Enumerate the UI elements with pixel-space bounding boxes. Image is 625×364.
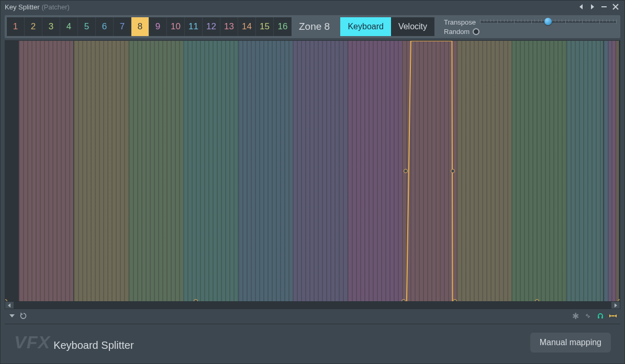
link-icon[interactable] [583, 311, 593, 321]
zone-button-12[interactable]: 12 [203, 17, 220, 36]
svg-rect-1 [598, 316, 599, 318]
freeze-icon[interactable]: ✱ [570, 311, 581, 321]
zone-button-11[interactable]: 11 [185, 17, 203, 36]
transpose-slider[interactable] [480, 18, 616, 26]
keyboard-zone-editor[interactable] [5, 40, 620, 302]
zone-button-1[interactable]: 1 [7, 17, 25, 36]
envelope-handle[interactable] [451, 169, 455, 173]
envelope-handle[interactable] [5, 299, 7, 302]
prev-preset-icon[interactable] [576, 2, 586, 12]
zone-button-4[interactable]: 4 [60, 17, 78, 36]
options-menu-icon[interactable] [7, 311, 17, 321]
manual-mapping-button[interactable]: Manual mapping [530, 333, 611, 352]
scroll-right-icon[interactable] [611, 302, 620, 309]
window-title: Key Splitter [5, 3, 39, 11]
horizontal-scrollbar[interactable] [14, 302, 611, 309]
zone-button-14[interactable]: 14 [238, 17, 256, 36]
headphones-icon[interactable] [595, 311, 606, 321]
random-label: Random [444, 28, 470, 36]
reset-icon[interactable] [18, 311, 29, 321]
zone-button-13[interactable]: 13 [220, 17, 238, 36]
zone-label: Zone 8 [292, 21, 337, 32]
close-icon[interactable] [611, 2, 620, 12]
zone-button-9[interactable]: 9 [149, 17, 167, 36]
minimize-icon[interactable] [599, 2, 609, 12]
scroll-left-icon[interactable] [5, 302, 14, 309]
zone-button-16[interactable]: 16 [274, 17, 292, 36]
plugin-name: Keyboard Splitter [53, 339, 133, 351]
window-subtitle: (Patcher) [41, 3, 69, 11]
zone-button-2[interactable]: 2 [25, 17, 42, 36]
zone-button-6[interactable]: 6 [96, 17, 114, 36]
svg-rect-2 [601, 316, 603, 318]
transpose-label: Transpose [444, 18, 476, 26]
zone-button-5[interactable]: 5 [78, 17, 96, 36]
zone-button-8[interactable]: 8 [131, 17, 149, 36]
svg-rect-0 [601, 6, 607, 7]
mode-keyboard-button[interactable]: Keyboard [340, 17, 391, 36]
mode-buttons: Keyboard Velocity [340, 17, 434, 36]
zone-button-7[interactable]: 7 [114, 17, 131, 36]
vfx-logo: VFX [14, 332, 50, 352]
zone-button-3[interactable]: 3 [42, 17, 60, 36]
zone-button-10[interactable]: 10 [167, 17, 185, 36]
toolbar: 12345678910111213141516 Zone 8 Keyboard … [5, 15, 620, 38]
zone-button-15[interactable]: 15 [256, 17, 274, 36]
mode-velocity-button[interactable]: Velocity [391, 17, 434, 36]
stretch-icon[interactable] [608, 311, 618, 321]
random-toggle[interactable] [473, 28, 479, 35]
next-preset-icon[interactable] [588, 2, 597, 12]
envelope-handle[interactable] [618, 299, 620, 302]
